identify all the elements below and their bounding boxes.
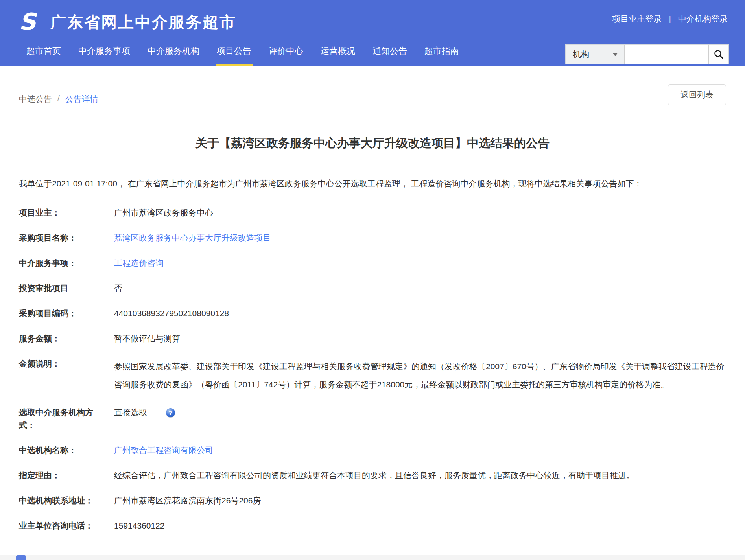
announcement-title: 关于【荔湾区政务服务中心办事大厅升级改造项目】中选结果的公告	[19, 135, 726, 151]
field-row-investment-approval: 投资审批项目 否	[19, 282, 726, 295]
search-category-value: 机构	[573, 49, 589, 60]
page-head: 中选公告 / 公告详情 返回列表	[19, 84, 726, 105]
owner-login-link[interactable]: 项目业主登录	[612, 13, 662, 24]
field-row-service-amount: 服务金额： 暂不做评估与测算	[19, 332, 726, 345]
field-label: 中选机构名称：	[19, 444, 106, 457]
breadcrumb-parent[interactable]: 中选公告	[19, 94, 52, 105]
footer-strip	[0, 555, 745, 560]
back-to-list-button[interactable]: 返回列表	[668, 84, 726, 105]
announcement-intro: 我单位于2021-09-01 17:00， 在广东省网上中介服务超市为广州市荔湾…	[19, 177, 726, 190]
field-value: 经综合评估，广州致合工程咨询有限公司的资质和业绩更符合本项目的要求，且信誉良好，…	[114, 469, 726, 482]
field-value: 4401036893279502108090128	[114, 307, 726, 320]
field-row-agency-address: 中选机构联系地址： 广州市荔湾区浣花路浣南东街26号206房	[19, 494, 726, 507]
project-name-link[interactable]: 荔湾区政务服务中心办事大厅升级改造项目	[114, 232, 726, 244]
agency-login-link[interactable]: 中介机构登录	[678, 13, 728, 24]
field-value: 否	[114, 282, 726, 295]
field-label: 项目业主：	[19, 206, 106, 219]
nav-item-home[interactable]: 超市首页	[25, 38, 62, 66]
site-header: S 广东省网上中介服务超市 项目业主登录 | 中介机构登录 超市首页 中介服务事…	[0, 0, 745, 66]
search-bar: 机构	[565, 44, 729, 64]
breadcrumb: 中选公告 / 公告详情	[19, 94, 98, 105]
field-label: 中选机构联系地址：	[19, 494, 106, 507]
search-icon	[714, 49, 724, 59]
nav-item-guide[interactable]: 超市指南	[423, 38, 460, 66]
header-login-links: 项目业主登录 | 中介机构登录	[612, 13, 728, 24]
field-label: 服务金额：	[19, 332, 106, 345]
field-row-service-item: 中介服务事项： 工程造价咨询	[19, 257, 726, 269]
selection-method-value: 直接选取	[114, 408, 147, 417]
nav-item-service-items[interactable]: 中介服务事项	[77, 38, 131, 66]
search-button[interactable]	[708, 45, 728, 64]
field-row-selected-agency: 中选机构名称： 广州致合工程咨询有限公司	[19, 444, 726, 457]
field-label: 业主单位咨询电话：	[19, 519, 106, 532]
field-label: 选取中介服务机构方式：	[19, 406, 106, 431]
field-value: 广州市荔湾区政务服务中心	[114, 206, 726, 219]
service-item-link[interactable]: 工程造价咨询	[114, 257, 726, 269]
field-row-procurement-project-name: 采购项目名称： 荔湾区政务服务中心办事大厅升级改造项目	[19, 232, 726, 244]
field-row-amount-description: 金额说明： 参照国家发展改革委、建设部关于印发《建设工程监理与相关服务收费管理规…	[19, 357, 726, 394]
nav-item-agencies[interactable]: 中介服务机构	[146, 38, 201, 66]
svg-text:S: S	[19, 10, 37, 34]
field-row-project-owner: 项目业主： 广州市荔湾区政务服务中心	[19, 206, 726, 219]
field-label: 投资审批项目	[19, 282, 106, 295]
breadcrumb-separator: /	[57, 94, 60, 105]
header-top: S 广东省网上中介服务超市 项目业主登录 | 中介机构登录	[0, 0, 745, 38]
field-value: 直接选取	[114, 406, 726, 431]
field-label: 中介服务事项：	[19, 257, 106, 269]
field-row-project-code: 采购项目编码： 4401036893279502108090128	[19, 307, 726, 320]
field-label: 指定理由：	[19, 469, 106, 482]
site-logo-icon: S	[18, 10, 44, 34]
field-list: 项目业主： 广州市荔湾区政务服务中心 采购项目名称： 荔湾区政务服务中心办事大厅…	[19, 206, 726, 532]
chevron-down-icon	[612, 53, 618, 56]
field-row-owner-phone: 业主单位咨询电话： 15914360122	[19, 519, 726, 532]
field-value: 暂不做评估与测算	[114, 332, 726, 345]
search-input[interactable]	[625, 45, 708, 64]
question-icon[interactable]	[166, 408, 175, 417]
search-category-select[interactable]: 机构	[566, 45, 625, 64]
breadcrumb-current: 公告详情	[65, 94, 98, 105]
field-value: 广州市荔湾区浣花路浣南东街26号206房	[114, 494, 726, 507]
nav-item-project-announcements[interactable]: 项目公告	[216, 38, 253, 66]
page-content: 中选公告 / 公告详情 返回列表 关于【荔湾区政务服务中心办事大厅升级改造项目】…	[0, 84, 745, 532]
nav-item-evaluation-center[interactable]: 评价中心	[267, 38, 304, 66]
field-value: 15914360122	[114, 519, 726, 532]
site-title: 广东省网上中介服务超市	[50, 11, 236, 33]
field-value: 参照国家发展改革委、建设部关于印发《建设工程监理与相关服务收费管理规定》的通知（…	[114, 357, 726, 394]
nav-item-operation-overview[interactable]: 运营概况	[319, 38, 356, 66]
field-label: 采购项目名称：	[19, 232, 106, 244]
nav-item-notices[interactable]: 通知公告	[371, 38, 408, 66]
field-row-designation-reason: 指定理由： 经综合评估，广州致合工程咨询有限公司的资质和业绩更符合本项目的要求，…	[19, 469, 726, 482]
field-label: 金额说明：	[19, 357, 106, 394]
floating-widget[interactable]	[16, 555, 26, 560]
field-label: 采购项目编码：	[19, 307, 106, 320]
field-row-selection-method: 选取中介服务机构方式： 直接选取	[19, 406, 726, 431]
login-links-separator: |	[669, 14, 671, 24]
selected-agency-link[interactable]: 广州致合工程咨询有限公司	[114, 444, 726, 457]
